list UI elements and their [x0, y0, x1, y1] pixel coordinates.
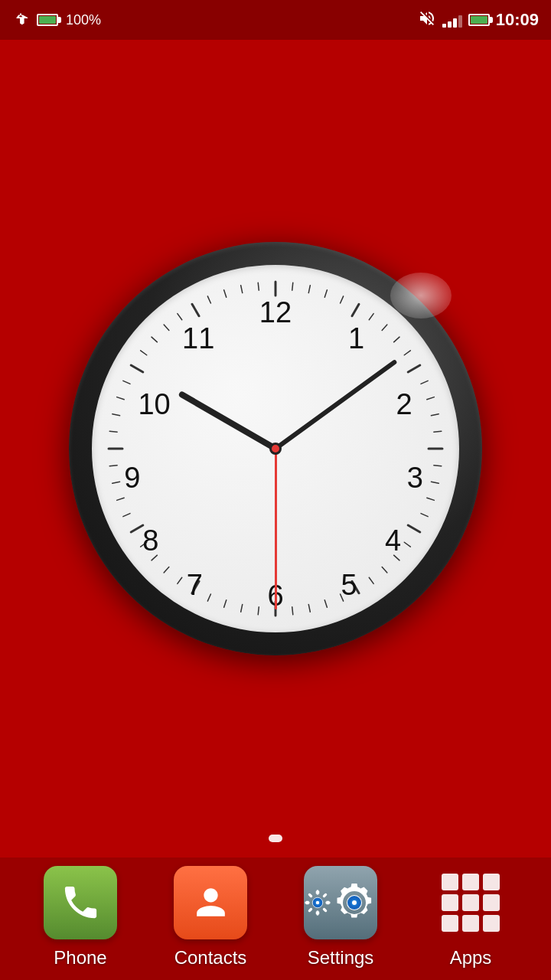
- contacts-icon: [174, 866, 247, 939]
- svg-line-52: [152, 337, 157, 342]
- svg-line-32: [241, 604, 243, 612]
- dock-item-contacts[interactable]: Contacts: [157, 866, 264, 969]
- svg-line-10: [408, 365, 420, 372]
- svg-line-7: [382, 325, 387, 330]
- minute-hand: [274, 359, 397, 450]
- svg-line-49: [123, 381, 130, 384]
- clock-num-12: 12: [259, 296, 292, 329]
- page-dot-active: [269, 835, 282, 842]
- dock-item-settings[interactable]: Settings: [287, 866, 394, 969]
- svg-line-59: [258, 283, 259, 290]
- svg-line-34: [207, 594, 210, 601]
- svg-line-43: [112, 482, 120, 483]
- svg-line-21: [404, 542, 410, 547]
- time-display: 10:09: [496, 10, 539, 30]
- dock-item-phone[interactable]: Phone: [27, 866, 134, 969]
- svg-line-5: [352, 304, 359, 316]
- battery-main-icon: [468, 14, 490, 26]
- svg-line-27: [324, 600, 327, 608]
- svg-line-47: [112, 414, 120, 416]
- svg-line-24: [369, 577, 373, 583]
- svg-line-20: [408, 525, 420, 532]
- svg-line-53: [164, 325, 169, 330]
- apps-grid: [442, 874, 500, 932]
- svg-line-14: [434, 431, 442, 432]
- battery-small-icon: [37, 14, 58, 26]
- hour-hand: [178, 390, 277, 451]
- clock-widget[interactable]: 12 1 2 3 4 5 6 7 8 9 10 11: [61, 234, 490, 663]
- svg-line-57: [224, 290, 227, 298]
- svg-line-17: [431, 482, 439, 483]
- clock-num-8: 8: [142, 524, 158, 557]
- svg-line-16: [434, 466, 442, 466]
- clock-num-11: 11: [182, 322, 214, 355]
- svg-line-28: [308, 604, 310, 612]
- apps-icon: [434, 866, 507, 939]
- clock-num-2: 2: [396, 388, 412, 421]
- usb-icon: [12, 10, 29, 31]
- page-indicator: [269, 835, 282, 842]
- battery-percent-left: 100%: [66, 12, 101, 28]
- svg-line-6: [369, 314, 373, 320]
- svg-line-33: [224, 600, 227, 608]
- wallpaper-area: 12 1 2 3 4 5 6 7 8 9 10 11: [0, 40, 551, 858]
- dock: Phone Contacts: [0, 858, 551, 980]
- clock-face: 12 1 2 3 4 5 6 7 8 9 10 11: [92, 265, 459, 632]
- svg-line-56: [207, 296, 210, 303]
- svg-line-37: [164, 567, 169, 573]
- svg-line-44: [109, 466, 117, 466]
- svg-line-54: [178, 314, 182, 320]
- svg-line-1: [292, 283, 293, 290]
- clock-num-1: 1: [348, 322, 364, 355]
- apps-label: Apps: [450, 947, 492, 969]
- clock-num-3: 3: [407, 462, 423, 495]
- svg-line-29: [292, 607, 293, 615]
- svg-line-51: [141, 351, 147, 355]
- svg-line-8: [394, 337, 399, 342]
- svg-line-23: [382, 567, 387, 573]
- status-bar: 100% 10:09: [0, 0, 551, 40]
- status-left-icons: 100%: [12, 10, 101, 31]
- svg-line-48: [117, 397, 125, 400]
- svg-line-36: [178, 577, 182, 583]
- clock-num-4: 4: [385, 524, 401, 557]
- svg-point-66: [352, 900, 357, 905]
- svg-line-18: [427, 498, 435, 500]
- phone-label: Phone: [54, 947, 106, 969]
- svg-line-31: [258, 607, 259, 615]
- svg-line-46: [109, 431, 117, 432]
- svg-line-42: [117, 498, 125, 500]
- svg-line-2: [308, 286, 310, 293]
- svg-line-11: [421, 381, 428, 384]
- settings-icon: [304, 866, 377, 939]
- svg-line-58: [241, 286, 243, 293]
- svg-line-40: [131, 525, 143, 532]
- status-right-icons: 10:09: [418, 9, 539, 31]
- svg-line-55: [192, 304, 199, 316]
- svg-line-9: [404, 351, 410, 355]
- contacts-label: Contacts: [174, 947, 247, 969]
- clock-num-10: 10: [138, 388, 170, 421]
- clock-num-7: 7: [187, 568, 203, 601]
- svg-line-13: [431, 414, 439, 416]
- clock-num-5: 5: [341, 568, 357, 601]
- mute-icon: [418, 9, 436, 31]
- clock-num-9: 9: [124, 462, 140, 495]
- settings-label: Settings: [308, 947, 374, 969]
- svg-line-3: [324, 290, 327, 298]
- svg-line-12: [427, 397, 435, 400]
- second-hand: [275, 449, 277, 609]
- svg-line-41: [123, 514, 130, 517]
- phone-icon: [44, 866, 117, 939]
- svg-point-62: [316, 900, 320, 904]
- clock-center-dot: [269, 443, 282, 455]
- svg-line-19: [421, 514, 428, 517]
- clock-outer-ring: 12 1 2 3 4 5 6 7 8 9 10 11: [69, 242, 482, 655]
- dock-item-apps[interactable]: Apps: [417, 866, 524, 969]
- svg-line-50: [131, 365, 143, 372]
- svg-line-4: [341, 296, 344, 303]
- signal-bars-icon: [442, 12, 462, 28]
